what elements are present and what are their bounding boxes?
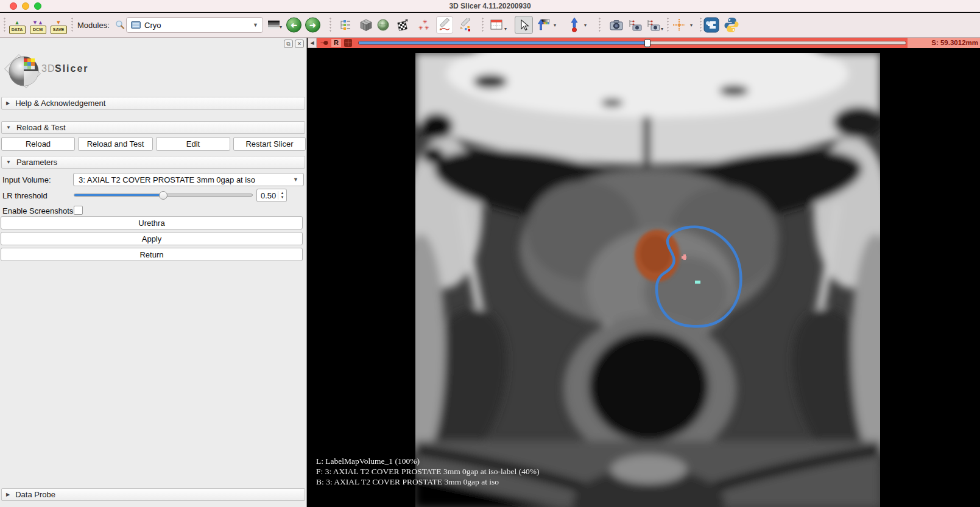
slider-handle[interactable] <box>159 191 167 200</box>
cube-icon <box>359 18 373 32</box>
navigate-back-button[interactable]: ➜ <box>286 18 301 33</box>
python-console-button[interactable] <box>724 17 739 33</box>
scene-view-add-button[interactable] <box>628 18 643 32</box>
close-traffic-light[interactable] <box>10 2 17 10</box>
camera-icon <box>609 18 624 32</box>
section-data-probe[interactable]: ▶ Data Probe <box>1 488 305 501</box>
pin-icon[interactable] <box>320 40 328 46</box>
models-button[interactable] <box>376 18 390 32</box>
chevron-down-icon[interactable]: ▾ <box>690 23 693 28</box>
dicom-button[interactable]: ▼▲ DCM <box>29 16 47 34</box>
extensions-manager-button[interactable] <box>703 17 719 33</box>
zoom-traffic-light[interactable] <box>34 2 41 10</box>
background-layer-line: B: 3: AXIAL T2 COVER PROSTATE 3mm 0gap a… <box>316 477 539 487</box>
edit-button[interactable]: Edit <box>156 137 230 151</box>
layout-selector-button[interactable]: ▾ <box>490 18 507 32</box>
section-label: Data Probe <box>15 490 55 499</box>
logo-text-slicer: Slicer <box>55 63 89 74</box>
enable-screenshots-label: Enable Screenshots <box>2 206 73 215</box>
section-label: Reload & Test <box>16 123 66 132</box>
python-icon <box>724 17 739 33</box>
slice-offset-label: S: 59.3012mm <box>908 38 980 48</box>
undock-panel-button[interactable]: ⧉ <box>284 40 293 48</box>
label-layer-line: L: LabelMapVolume_1 (100%) <box>316 456 539 466</box>
markups-asterisk-icon: ✳ ✳ ✳ <box>418 18 431 32</box>
input-volume-label: Input Volume: <box>2 175 51 184</box>
slice-orientation-label: R <box>331 39 341 47</box>
extensions-icon <box>703 17 719 33</box>
chevron-down-icon: ▾ <box>661 26 663 32</box>
section-reload-test[interactable]: ▼ Reload & Test <box>1 121 305 134</box>
crosshair-button[interactable] <box>672 18 686 32</box>
panel-collapse-button[interactable]: ◀ <box>308 38 317 48</box>
chevron-down-icon[interactable]: ▾ <box>554 23 556 28</box>
save-icon: SAVE <box>51 26 67 34</box>
restart-slicer-button[interactable]: Restart Slicer <box>233 137 306 151</box>
screenshot-button[interactable] <box>609 18 624 32</box>
place-fiducial-button[interactable] <box>568 17 580 33</box>
input-volume-selector[interactable]: 3: AXIAL T2 COVER PROSTATE 3mm 0gap at i… <box>73 173 304 186</box>
enable-screenshots-checkbox[interactable] <box>74 206 83 215</box>
chevron-down-icon[interactable]: ▾ <box>584 23 587 28</box>
mri-viewport[interactable]: L: LabelMapVolume_1 (100%) F: 3: AXIAL T… <box>308 48 980 507</box>
chevron-down-icon: ▼ <box>293 177 298 183</box>
slice-offset-slider[interactable] <box>358 41 906 45</box>
urethra-button[interactable]: Urethra <box>1 216 303 229</box>
section-label: Help & Acknowledgement <box>15 99 105 108</box>
slice-controller-bar: R S: 59.3012mm <box>317 38 980 48</box>
window-level-icon <box>537 18 551 32</box>
markups-button[interactable]: ✳ ✳ ✳ <box>418 18 431 32</box>
lr-threshold-label: LR threshold <box>2 191 48 200</box>
toolbar-grip-icon <box>699 17 702 33</box>
annotation-line-button[interactable] <box>436 16 453 33</box>
scene-view-add-icon <box>628 18 643 32</box>
window-level-button[interactable] <box>537 18 551 32</box>
reload-and-test-button[interactable]: Reload and Test <box>78 137 153 151</box>
module-history-button[interactable]: ▾ <box>268 21 282 30</box>
volume-rendering-button[interactable] <box>359 18 373 32</box>
load-data-button[interactable]: ▲ DATA <box>8 16 26 34</box>
apply-button[interactable]: Apply <box>1 232 303 245</box>
mouse-mode-select-button[interactable] <box>515 16 533 34</box>
mri-image <box>308 48 980 507</box>
return-button[interactable]: Return <box>1 248 303 261</box>
title-bar: 3D Slicer 4.11.20200930 <box>0 0 980 12</box>
main-toolbar: ▲ DATA ▼▲ DCM ▼ SAVE Modules: Cryo ▼ <box>0 13 980 38</box>
minimize-traffic-light[interactable] <box>22 2 29 10</box>
section-label: Parameters <box>16 158 57 167</box>
segment-editor-button[interactable] <box>459 18 472 32</box>
subject-hierarchy-icon <box>339 18 352 32</box>
lr-threshold-slider[interactable] <box>74 194 253 197</box>
layout-icon <box>490 18 504 32</box>
reload-button[interactable]: Reload <box>1 137 75 151</box>
scene-view-restore-button[interactable]: ▾ <box>646 18 663 32</box>
input-volume-value: 3: AXIAL T2 COVER PROSTATE 3mm 0gap at i… <box>79 175 288 184</box>
module-search-icon[interactable] <box>115 19 125 30</box>
section-parameters[interactable]: ▼ Parameters <box>1 156 305 169</box>
window-title: 3D Slicer 4.11.20200930 <box>0 0 980 12</box>
transforms-button[interactable] <box>396 18 409 32</box>
subject-hierarchy-button[interactable] <box>339 18 352 32</box>
toolbar-grip-icon <box>481 17 484 33</box>
navigate-forward-button[interactable]: ➜ <box>305 18 320 33</box>
close-panel-button[interactable]: ✕ <box>295 40 304 48</box>
red-slice-view: ◀ R S: 59.3012mm <box>308 38 980 507</box>
toolbar-grip-icon <box>598 17 601 33</box>
toolbar-grip-icon <box>3 17 6 33</box>
svg-text:✳: ✳ <box>418 25 423 31</box>
chevron-right-icon: ▶ <box>6 492 10 497</box>
lr-threshold-spinbox[interactable]: 0.50 ▲▼ <box>256 189 287 202</box>
toolbar-grip-icon <box>329 17 332 33</box>
up-arrow-icon: ▲ <box>15 20 20 26</box>
spin-up-icon[interactable]: ▲ <box>281 191 284 195</box>
save-button[interactable]: ▼ SAVE <box>49 16 68 34</box>
module-icon <box>131 21 141 29</box>
chevron-down-icon: ▼ <box>6 159 11 165</box>
slice-menu-icon[interactable] <box>344 39 352 47</box>
spin-down-icon[interactable]: ▼ <box>281 195 284 200</box>
section-help-acknowledgement[interactable]: ▶ Help & Acknowledgement <box>1 97 305 110</box>
module-selector[interactable]: Cryo ▼ <box>126 17 263 33</box>
toolbar-grip-icon <box>666 17 669 33</box>
slider-handle[interactable] <box>644 39 650 47</box>
down-arrow-icon: ▼ <box>56 20 62 26</box>
